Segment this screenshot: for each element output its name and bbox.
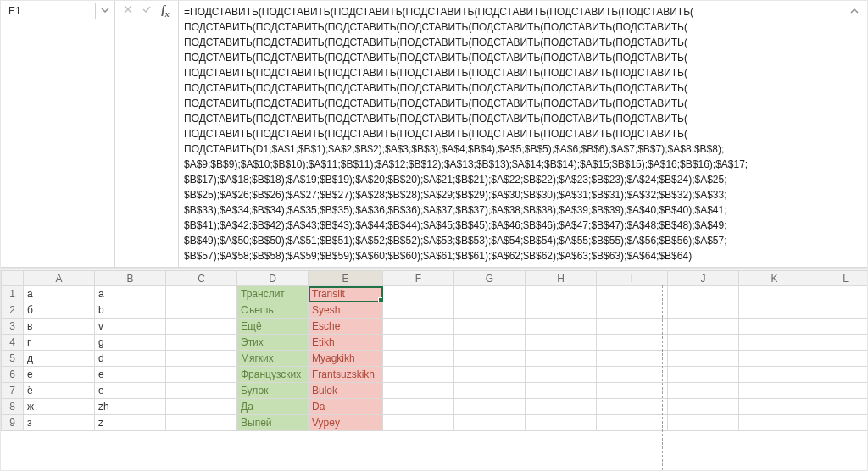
cell[interactable]: [810, 415, 868, 431]
cell[interactable]: [526, 383, 597, 399]
cell[interactable]: [810, 399, 868, 415]
cell[interactable]: Этих: [237, 335, 309, 351]
cell[interactable]: Выпей: [237, 415, 309, 431]
cell[interactable]: [166, 302, 237, 319]
row-header[interactable]: 7: [2, 383, 24, 399]
cell[interactable]: [526, 399, 597, 415]
cell[interactable]: [526, 319, 597, 335]
cell[interactable]: z: [95, 415, 166, 431]
cell[interactable]: в: [24, 319, 95, 335]
cell[interactable]: [810, 302, 868, 319]
cell[interactable]: g: [95, 335, 166, 351]
row-header[interactable]: 2: [2, 302, 24, 319]
cell[interactable]: [739, 399, 810, 415]
cell[interactable]: [383, 415, 454, 431]
cell[interactable]: Мягких: [237, 351, 309, 367]
cell[interactable]: [597, 302, 668, 319]
cell[interactable]: e: [95, 383, 166, 399]
cell[interactable]: [166, 286, 237, 302]
cell[interactable]: [526, 286, 597, 302]
column-header[interactable]: E: [309, 271, 383, 286]
cell[interactable]: [383, 383, 454, 399]
cell[interactable]: [810, 335, 868, 351]
select-all-corner[interactable]: [2, 271, 24, 286]
column-header[interactable]: J: [668, 271, 739, 286]
cell[interactable]: ё: [24, 383, 95, 399]
column-header[interactable]: L: [810, 271, 868, 286]
cell[interactable]: [454, 302, 526, 319]
cell[interactable]: [597, 383, 668, 399]
cell[interactable]: d: [95, 351, 166, 367]
name-box[interactable]: E1: [3, 3, 96, 19]
formula-bar-content[interactable]: =ПОДСТАВИТЬ(ПОДСТАВИТЬ(ПОДСТАВИТЬ(ПОДСТА…: [179, 1, 867, 267]
cancel-button[interactable]: [119, 3, 137, 19]
cell[interactable]: [668, 286, 739, 302]
column-header[interactable]: H: [526, 271, 597, 286]
cell[interactable]: [166, 367, 237, 383]
cell[interactable]: [597, 367, 668, 383]
cell[interactable]: е: [24, 367, 95, 383]
cell[interactable]: [597, 351, 668, 367]
cell[interactable]: Translit: [309, 286, 383, 302]
cell[interactable]: [810, 286, 868, 302]
cell[interactable]: a: [95, 286, 166, 302]
cell[interactable]: [739, 351, 810, 367]
cell[interactable]: Frantsuzskikh: [309, 367, 383, 383]
enter-button[interactable]: [137, 3, 156, 19]
column-header[interactable]: K: [739, 271, 810, 286]
cell[interactable]: [668, 415, 739, 431]
cell[interactable]: [739, 319, 810, 335]
column-header[interactable]: F: [383, 271, 454, 286]
cell[interactable]: [810, 351, 868, 367]
cell[interactable]: Bulok: [309, 383, 383, 399]
cell[interactable]: [166, 319, 237, 335]
cell[interactable]: [668, 367, 739, 383]
cell[interactable]: [526, 335, 597, 351]
cell[interactable]: Esche: [309, 319, 383, 335]
cell[interactable]: Съешь: [237, 302, 309, 319]
cell[interactable]: [668, 302, 739, 319]
insert-function-button[interactable]: fx: [156, 3, 175, 19]
column-header[interactable]: C: [166, 271, 237, 286]
cell[interactable]: Da: [309, 399, 383, 415]
cell[interactable]: [454, 286, 526, 302]
cell[interactable]: b: [95, 302, 166, 319]
formula-bar-expand-button[interactable]: [847, 4, 862, 18]
cell[interactable]: e: [95, 367, 166, 383]
cell[interactable]: з: [24, 415, 95, 431]
cell[interactable]: v: [95, 319, 166, 335]
cell[interactable]: zh: [95, 399, 166, 415]
row-header[interactable]: 9: [2, 415, 24, 431]
cell[interactable]: [810, 367, 868, 383]
column-header[interactable]: I: [597, 271, 668, 286]
cell[interactable]: [668, 319, 739, 335]
cell[interactable]: Булок: [237, 383, 309, 399]
spreadsheet-grid[interactable]: A B C D E F G H I J K L M N O 1аaТранс: [1, 270, 867, 431]
cell[interactable]: [739, 383, 810, 399]
cell[interactable]: [668, 399, 739, 415]
row-header[interactable]: 8: [2, 399, 24, 415]
row-header[interactable]: 6: [2, 367, 24, 383]
cell[interactable]: Vypey: [309, 415, 383, 431]
cell[interactable]: Французских: [237, 367, 309, 383]
row-header[interactable]: 4: [2, 335, 24, 351]
cell[interactable]: [383, 319, 454, 335]
cell[interactable]: [166, 415, 237, 431]
cell[interactable]: г: [24, 335, 95, 351]
column-header[interactable]: A: [24, 271, 95, 286]
cell[interactable]: [526, 415, 597, 431]
cell[interactable]: д: [24, 351, 95, 367]
cell[interactable]: [166, 399, 237, 415]
cell[interactable]: [739, 367, 810, 383]
cell[interactable]: [739, 335, 810, 351]
cell[interactable]: Ещё: [237, 319, 309, 335]
cell[interactable]: [454, 399, 526, 415]
cell[interactable]: ж: [24, 399, 95, 415]
cell[interactable]: [166, 383, 237, 399]
cell[interactable]: [526, 302, 597, 319]
formula-text[interactable]: =ПОДСТАВИТЬ(ПОДСТАВИТЬ(ПОДСТАВИТЬ(ПОДСТА…: [184, 4, 847, 263]
cell[interactable]: Etikh: [309, 335, 383, 351]
cell[interactable]: [668, 351, 739, 367]
row-header[interactable]: 5: [2, 351, 24, 367]
cell[interactable]: [810, 383, 868, 399]
